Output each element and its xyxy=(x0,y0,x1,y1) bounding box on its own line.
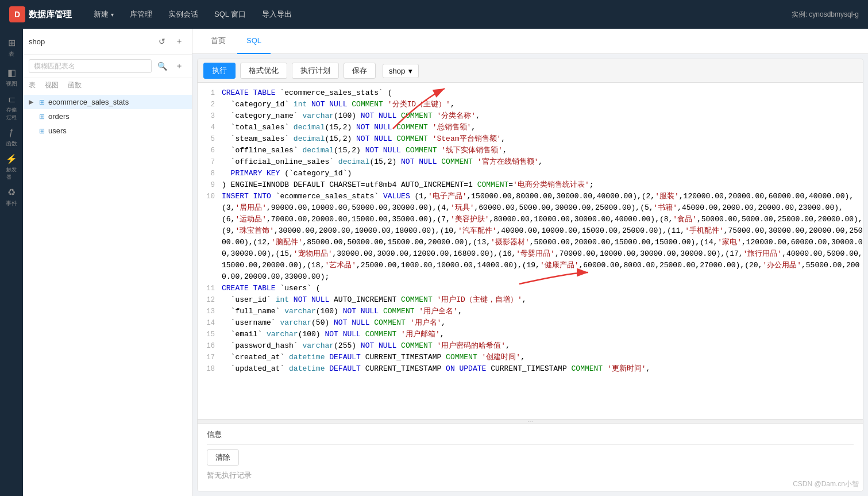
format-button[interactable]: 格式优化 xyxy=(240,63,287,79)
code-line-16: 16 `password_hash` varchar(255) NOT NULL… xyxy=(198,340,863,352)
procedure-icon: ⊏ xyxy=(8,94,16,105)
refresh-icon[interactable]: ↺ xyxy=(155,34,169,48)
code-line-12: 12 `user_id` int NOT NULL AUTO_INCREMENT… xyxy=(198,294,863,306)
nav-db-manage[interactable]: 库管理 xyxy=(122,0,160,29)
sidebar-header: shop ↺ ＋ xyxy=(23,29,192,55)
main-layout: ⊞ 表 ◧ 视图 ⊏ 存储过程 ƒ 函数 ⚡ 触发器 ♻ 事件 shop ↺ xyxy=(0,29,868,496)
instance-label: 实例: cynosdbmysql-g xyxy=(792,10,859,20)
left-nav-view[interactable]: ◧ 视图 xyxy=(1,63,22,92)
nav-session[interactable]: 实例会话 xyxy=(160,0,206,29)
function-icon: ƒ xyxy=(9,128,14,138)
nav-import-export[interactable]: 导入导出 xyxy=(254,0,300,29)
expand-icon: ▶ xyxy=(29,98,36,106)
db-selector[interactable]: shop ▾ xyxy=(383,64,419,78)
event-icon: ♻ xyxy=(7,187,16,198)
table-name-orders: orders xyxy=(48,112,167,121)
watermark: CSDN @Dam.cn小智 xyxy=(793,479,859,489)
code-line-7: 7 `official_online_sales` decimal(15,2) … xyxy=(198,156,863,168)
left-nav-event[interactable]: ♻ 事件 xyxy=(1,183,22,212)
table-name-ecommerce: ecommerce_sales_stats xyxy=(48,98,167,106)
tree-item-ecommerce[interactable]: ▶ ⊞ ecommerce_sales_stats 操作▾ xyxy=(23,95,192,109)
app-logo: D 数据库管理 xyxy=(9,6,72,22)
app-title: 数据库管理 xyxy=(29,9,72,20)
no-record-text: 暂无执行记录 xyxy=(207,466,854,485)
editor-divider[interactable]: ⋯ xyxy=(198,419,863,424)
right-panel: 首页 SQL 执行 格式优化 执行计划 保存 shop ▾ 1 CREATE T… xyxy=(192,29,868,496)
left-nav-function[interactable]: ƒ 函数 xyxy=(1,123,22,152)
nav-new[interactable]: 新建 ▾ xyxy=(86,0,122,29)
code-line-3: 3 `category_name` varchar(100) NOT NULL … xyxy=(198,110,863,122)
clear-button[interactable]: 清除 xyxy=(207,449,239,466)
code-line-1: 1 CREATE TABLE `ecommerce_sales_stats` ( xyxy=(198,87,863,99)
tab-sql[interactable]: SQL xyxy=(237,29,271,54)
tree-item-orders[interactable]: ⊞ orders 操作▾ xyxy=(23,109,192,124)
top-navigation: D 数据库管理 新建 ▾ 库管理 实例会话 SQL 窗口 导入导出 实例: cy… xyxy=(0,0,868,29)
editor-area: 执行 格式优化 执行计划 保存 shop ▾ 1 CREATE TABLE `e… xyxy=(197,59,863,491)
sidebar-top-icons: ↺ ＋ xyxy=(155,34,186,48)
add-table-icon[interactable]: ＋ xyxy=(172,34,186,48)
add-icon[interactable]: ＋ xyxy=(172,59,186,73)
code-line-9: 9 ) ENGINE=INNODB DEFAULT CHARSET=utf8mb… xyxy=(198,179,863,191)
table-row-icon: ⊞ xyxy=(39,127,45,135)
tab-home[interactable]: 首页 xyxy=(202,29,235,54)
label-table[interactable]: 表 xyxy=(29,80,36,90)
tree-item-users[interactable]: ⊞ users 操作▾ xyxy=(23,124,192,138)
info-panel: 信息 清除 暂无执行记录 xyxy=(198,424,863,491)
sidebar: shop ↺ ＋ 🔍 ＋ 表 视图 函数 ▶ ⊞ ecommerce_sales… xyxy=(23,29,192,496)
view-icon: ◧ xyxy=(7,67,16,78)
info-title: 信息 xyxy=(207,424,854,445)
label-func[interactable]: 函数 xyxy=(68,80,82,90)
nav-sql-window[interactable]: SQL 窗口 xyxy=(206,0,254,29)
code-line-4: 4 `total_sales` decimal(15,2) NOT NULL C… xyxy=(198,122,863,133)
table-icon: ⊞ xyxy=(8,37,16,48)
db-name-label: shop xyxy=(29,37,152,46)
tabs-header: 首页 SQL xyxy=(192,29,868,54)
code-line-8: 8 PRIMARY KEY (`category_id`) xyxy=(198,168,863,179)
code-editor[interactable]: 1 CREATE TABLE `ecommerce_sales_stats` (… xyxy=(198,83,863,419)
code-line-17: 17 `created_at` datetime DEFAULT CURRENT… xyxy=(198,352,863,363)
table-row-icon: ⊞ xyxy=(39,113,45,121)
code-line-10: 10 INSERT INTO `ecommerce_sales_stats` V… xyxy=(198,191,863,283)
editor-toolbar: 执行 格式优化 执行计划 保存 shop ▾ xyxy=(198,59,863,83)
code-line-6: 6 `offline_sales` decimal(15,2) NOT NULL… xyxy=(198,145,863,156)
execute-button[interactable]: 执行 xyxy=(203,63,236,79)
code-line-2: 2 `category_id` int NOT NULL COMMENT '分类… xyxy=(198,99,863,110)
code-line-11: 11 CREATE TABLE `users` ( xyxy=(198,283,863,294)
selector-arrow: ▾ xyxy=(408,67,412,75)
search-input[interactable] xyxy=(29,59,152,73)
table-row-icon: ⊞ xyxy=(39,98,45,106)
save-button[interactable]: 保存 xyxy=(344,63,376,79)
trigger-icon: ⚡ xyxy=(6,153,17,164)
search-icon[interactable]: 🔍 xyxy=(155,59,169,73)
left-nav-trigger[interactable]: ⚡ 触发器 xyxy=(1,153,22,182)
left-nav-table[interactable]: ⊞ 表 xyxy=(1,33,22,62)
logo-icon: D xyxy=(9,6,25,22)
sidebar-labels: 表 视图 函数 xyxy=(23,78,192,93)
code-line-18: 18 `updated_at` datetime DEFAULT CURRENT… xyxy=(198,363,863,375)
code-line-13: 13 `full_name` varchar(100) NOT NULL COM… xyxy=(198,306,863,317)
plan-button[interactable]: 执行计划 xyxy=(292,63,339,79)
selected-db: shop xyxy=(389,67,405,75)
code-line-14: 14 `username` varchar(50) NOT NULL COMME… xyxy=(198,317,863,329)
sidebar-tree: ▶ ⊞ ecommerce_sales_stats 操作▾ ⊞ orders 操… xyxy=(23,93,192,496)
search-area: 🔍 ＋ xyxy=(23,55,192,78)
label-view[interactable]: 视图 xyxy=(45,80,59,90)
left-nav-procedure[interactable]: ⊏ 存储过程 xyxy=(1,93,22,122)
chevron-down-icon: ▾ xyxy=(111,11,114,18)
table-name-users: users xyxy=(48,126,167,135)
code-line-5: 5 `steam_sales` decimal(15,2) NOT NULL C… xyxy=(198,133,863,145)
code-line-15: 15 `email` varchar(100) NOT NULL COMMENT… xyxy=(198,329,863,340)
left-icon-nav: ⊞ 表 ◧ 视图 ⊏ 存储过程 ƒ 函数 ⚡ 触发器 ♻ 事件 xyxy=(0,29,23,496)
